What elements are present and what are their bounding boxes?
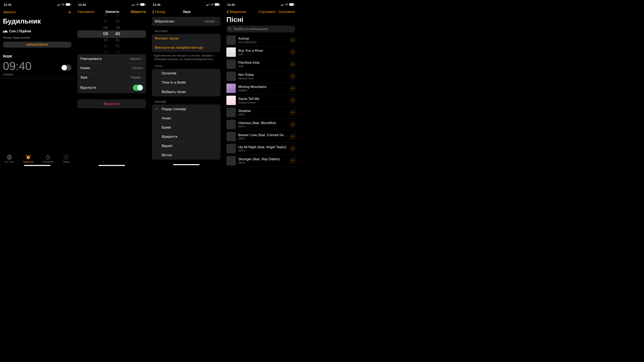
no-alarms-text: Немає будильників — [0, 34, 74, 40]
ringtones-section-header: МЕЛОДІЇ — [149, 96, 223, 104]
minute-column[interactable]: 37 38 39 40 41 42 43 — [115, 17, 120, 50]
album-art — [226, 156, 236, 165]
song-list[interactable]: AnimalAG & MOONZz+Buy You a RoseAJR+Pitc… — [224, 34, 298, 167]
songs-group: Dynamite Time In a Bottle Виберіть пісню… — [152, 69, 220, 96]
configure-button[interactable]: НАЛАШТУВАТИ — [3, 42, 72, 48]
tab-label: Будильник — [23, 161, 33, 163]
vibration-group: Вібросигнал типово› — [152, 17, 220, 26]
tone-store-button[interactable]: Магазин звуків — [152, 34, 220, 43]
sleep-section-header: Сон | Підйом — [0, 28, 74, 34]
sound-row[interactable]: Звук Радар› — [78, 73, 146, 82]
wifi-icon — [285, 3, 288, 6]
ringtone-option[interactable]: Відсвіт — [152, 142, 220, 151]
song-row[interactable]: Glorious (feat. Blondfire)ARTY+ — [224, 119, 298, 131]
sort-button[interactable]: Сортувати — [258, 10, 276, 14]
row-label: Вібросигнал — [155, 19, 174, 23]
song-row[interactable]: AnimalAG & MOONZz+ — [224, 34, 298, 46]
alarm-time: 09:40 — [3, 59, 32, 73]
add-song-button[interactable]: + — [290, 38, 295, 42]
alarm-toggle[interactable] — [61, 65, 72, 71]
cellular-icon — [281, 3, 284, 6]
hour-column[interactable]: 06 07 08 09 10 11 12 — [103, 17, 108, 50]
song-option[interactable]: Time In a Bottle — [152, 78, 220, 87]
snooze-toggle[interactable] — [133, 85, 143, 91]
status-bar: 11:41 — [224, 0, 298, 8]
ringtone-option[interactable]: ✓Радар (типова) — [152, 104, 220, 114]
add-song-button[interactable]: + — [290, 122, 295, 127]
song-title: Pitchfork Kids — [238, 61, 288, 65]
song-row[interactable]: ShadowARTY+ — [224, 107, 298, 119]
time-picker[interactable]: 06 07 08 09 10 11 12 37 38 39 40 41 42 4… — [78, 17, 146, 50]
song-row[interactable]: Moving MountainsANIMA!+ — [224, 82, 298, 94]
nav-bar: Назад Звук — [149, 8, 223, 15]
home-indicator[interactable] — [173, 164, 200, 165]
add-song-button[interactable]: + — [290, 134, 295, 139]
tab-world-clock[interactable]: Час у світі — [4, 155, 14, 163]
row-label: Викачати всі придбані мелодії — [155, 46, 203, 50]
tab-stopwatch[interactable]: Секундомір — [42, 155, 54, 163]
song-row[interactable]: Up All Night (feat. Angel Taylor)ARTY+ — [224, 143, 298, 155]
tab-timer[interactable]: Таймер — [63, 155, 70, 163]
add-song-button[interactable]: + — [290, 62, 295, 66]
add-song-button[interactable]: + — [290, 74, 295, 78]
add-song-button[interactable]: + — [290, 86, 295, 91]
song-artist: ARTY — [238, 137, 288, 140]
add-song-button[interactable]: + — [290, 50, 295, 54]
store-group: Магазин звуків Викачати всі придбані мел… — [152, 34, 220, 52]
song-row[interactable]: Pitchfork KidsAJR+ — [224, 58, 298, 70]
song-info: ShadowARTY — [238, 109, 288, 116]
cancel-button[interactable]: Скасувати — [278, 10, 295, 14]
search-input[interactable]: Знайти в композиціях — [226, 25, 295, 32]
add-song-button[interactable]: + — [290, 110, 295, 115]
delete-alarm-button[interactable]: Видалити — [78, 99, 146, 108]
song-title: Glorious (feat. Blondfire) — [238, 121, 288, 125]
song-info: Glorious (feat. Blondfire)ARTY — [238, 121, 288, 128]
page-title: Пісні — [224, 15, 298, 25]
row-value: Ніколи — [130, 57, 141, 61]
name-row[interactable]: Назва Сигнал — [78, 64, 146, 73]
timer-icon — [64, 155, 69, 160]
tab-alarm[interactable]: Будильник — [23, 155, 33, 163]
song-row[interactable]: Not TodayAlessia Cara+ — [224, 70, 298, 82]
ringtone-option[interactable]: Апекс — [152, 114, 220, 123]
add-song-button[interactable]: + — [290, 98, 295, 103]
row-label: Виберіть пісню — [162, 90, 186, 94]
add-alarm-button[interactable]: + — [68, 10, 72, 14]
tab-label: Таймер — [63, 161, 70, 163]
album-art — [226, 72, 236, 81]
status-time: 11:41 — [153, 3, 160, 6]
save-button[interactable]: Зберегти — [130, 10, 146, 14]
cellular-icon — [57, 3, 61, 6]
status-time: 11:41 — [78, 3, 86, 6]
add-song-button[interactable]: + — [290, 146, 295, 151]
song-option[interactable]: Dynamite — [152, 69, 220, 78]
cancel-button[interactable]: Скасувати — [78, 10, 94, 14]
song-row[interactable]: Braver Love (feat. Conrad Sew…ARTY+ — [224, 131, 298, 143]
globe-icon — [7, 155, 12, 160]
row-label: Time In a Bottle — [162, 81, 186, 85]
back-button[interactable]: Назад — [152, 10, 165, 14]
repeat-row[interactable]: Повторювати Ніколи› — [78, 54, 146, 64]
ringtone-option[interactable]: Відкриття — [152, 132, 220, 142]
song-title: Not Today — [238, 73, 288, 77]
alarm-row[interactable]: 09:40 Сигнал — [0, 58, 74, 78]
download-purchased-button[interactable]: Викачати всі придбані мелодії — [152, 43, 220, 52]
add-song-button[interactable]: + — [290, 159, 295, 163]
ringtone-option[interactable]: Брижі — [152, 123, 220, 132]
search-placeholder: Знайти в композиціях — [233, 27, 268, 31]
song-row[interactable]: Stronger (feat. Ray Dalton)ARTY+ — [224, 155, 298, 167]
nav-title: Звук — [183, 10, 191, 14]
song-artist: AJR — [238, 65, 288, 68]
sleep-header-text: Сон | Підйом — [9, 29, 31, 33]
nav-bar: Змінити + — [0, 8, 74, 16]
song-row[interactable]: Santa Tell MeAriana Grande+ — [224, 94, 298, 107]
home-indicator[interactable] — [24, 165, 50, 166]
ringtone-option[interactable]: Вістка — [152, 151, 220, 160]
album-art — [226, 144, 236, 153]
back-button[interactable]: Медіатека — [226, 10, 246, 14]
song-row[interactable]: Buy You a RoseAJR+ — [224, 46, 298, 58]
edit-button[interactable]: Змінити — [3, 10, 16, 14]
pick-song-button[interactable]: Виберіть пісню › — [152, 87, 220, 96]
vibration-row[interactable]: Вібросигнал типово› — [152, 17, 220, 26]
home-indicator[interactable] — [98, 165, 125, 166]
